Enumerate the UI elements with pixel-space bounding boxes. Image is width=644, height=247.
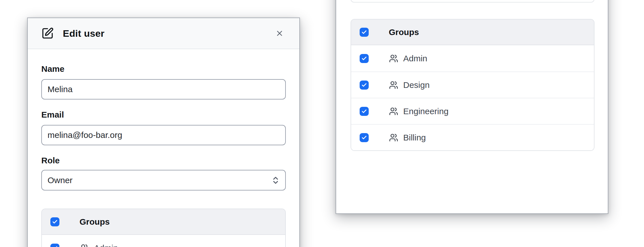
groups-table-header: Groups [351, 20, 594, 45]
check-icon [361, 56, 367, 61]
group-row-engineering[interactable]: Engineering [351, 98, 594, 124]
group-row-design[interactable]: Design [351, 72, 594, 98]
group-row-label: Admin [94, 243, 118, 247]
close-button[interactable] [273, 27, 286, 40]
name-input[interactable] [41, 79, 286, 99]
groups-table-header: Groups [42, 209, 285, 235]
row-checkbox[interactable] [50, 244, 59, 247]
email-label: Email [41, 110, 286, 120]
row-checkbox[interactable] [360, 107, 369, 116]
groups-header-label: Groups [389, 27, 419, 37]
cropped-input-bottom-edge [351, 0, 594, 3]
group-row-billing[interactable]: Billing [351, 124, 594, 150]
groups-header-label: Groups [80, 217, 110, 227]
check-icon [52, 219, 58, 225]
groups-header-checkbox[interactable] [50, 217, 59, 226]
group-row-label: Design [403, 80, 430, 90]
role-label: Role [41, 155, 286, 166]
check-icon [52, 245, 58, 247]
row-checkbox[interactable] [360, 133, 369, 142]
modal-header: Edit user [28, 18, 299, 49]
check-icon [361, 29, 367, 35]
groups-header-checkbox[interactable] [360, 28, 369, 37]
chevrons-up-down-icon [271, 176, 280, 185]
row-checkbox[interactable] [360, 81, 369, 90]
email-input[interactable] [41, 125, 286, 145]
groups-table: Groups Admin [41, 209, 286, 247]
users-icon [389, 133, 398, 142]
role-select[interactable]: Owner [41, 170, 286, 190]
row-checkbox[interactable] [360, 54, 369, 63]
group-row-label: Billing [403, 133, 426, 142]
groups-table: Groups Admin [351, 19, 594, 151]
square-pen-icon [41, 27, 54, 40]
check-icon [361, 82, 367, 88]
edit-user-modal: Edit user Name Email Role Owner [27, 18, 300, 247]
group-row-label: Engineering [403, 107, 448, 116]
check-icon [361, 135, 367, 140]
check-icon [361, 109, 367, 114]
group-row-admin[interactable]: Admin [351, 45, 594, 72]
group-row-label: Admin [403, 54, 427, 63]
groups-panel: Groups Admin [336, 0, 608, 214]
modal-title: Edit user [63, 28, 104, 39]
role-select-value: Owner [48, 176, 72, 185]
users-icon [389, 54, 398, 63]
name-label: Name [41, 64, 286, 74]
users-icon [389, 107, 398, 116]
group-row-admin[interactable]: Admin [42, 235, 285, 247]
users-icon [389, 81, 398, 90]
page-canvas: Edit user Name Email Role Owner [0, 0, 644, 247]
modal-body: Name Email Role Owner [28, 64, 299, 247]
users-icon [80, 244, 89, 247]
x-icon [275, 29, 284, 38]
